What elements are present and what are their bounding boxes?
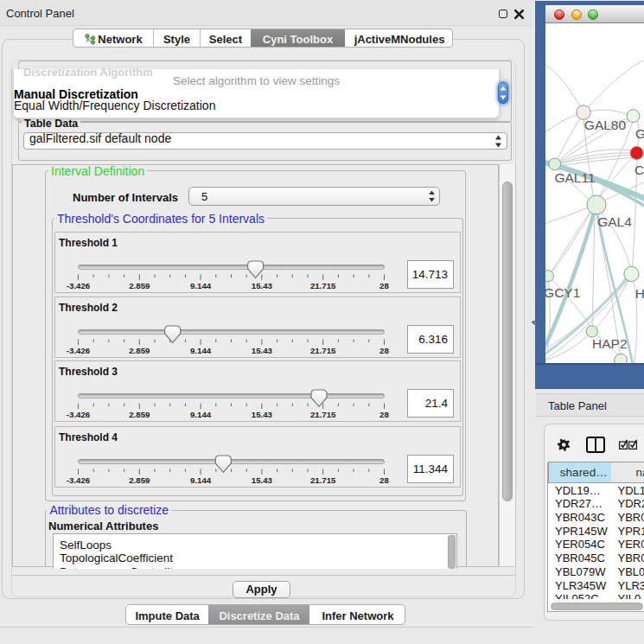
- svg-text:2.859: 2.859: [129, 280, 150, 290]
- svg-text:2.859: 2.859: [129, 409, 150, 418]
- svg-text:28: 28: [379, 475, 389, 484]
- svg-text:-3.426: -3.426: [67, 409, 91, 418]
- svg-text:9.144: 9.144: [190, 345, 212, 354]
- svg-text:2.859: 2.859: [129, 345, 150, 354]
- svg-text:-3.426: -3.426: [67, 345, 91, 354]
- svg-text:15.43: 15.43: [252, 345, 273, 354]
- svg-text:CY: CY: [634, 163, 644, 177]
- svg-text:28: 28: [379, 280, 389, 290]
- svg-text:GAL4: GAL4: [597, 214, 632, 229]
- svg-text:2.859: 2.859: [129, 475, 150, 484]
- svg-text:9.144: 9.144: [190, 280, 212, 290]
- svg-text:21.715: 21.715: [310, 345, 336, 354]
- svg-text:15.43: 15.43: [252, 409, 273, 418]
- svg-text:HA: HA: [635, 286, 644, 301]
- svg-text:28: 28: [379, 345, 389, 354]
- svg-text:GCY1: GCY1: [545, 285, 580, 300]
- svg-text:GAL80: GAL80: [584, 118, 627, 132]
- svg-text:21.715: 21.715: [310, 280, 336, 290]
- svg-text:HAP2: HAP2: [592, 336, 628, 351]
- svg-text:21.715: 21.715: [310, 409, 336, 418]
- svg-text:21.715: 21.715: [310, 475, 336, 484]
- svg-text:9.144: 9.144: [190, 475, 212, 484]
- svg-text:9.144: 9.144: [190, 409, 212, 418]
- svg-text:28: 28: [379, 409, 389, 418]
- svg-text:15.43: 15.43: [252, 475, 273, 484]
- svg-text:GA: GA: [635, 126, 644, 141]
- svg-text:15.43: 15.43: [252, 280, 273, 290]
- svg-text:GAL11: GAL11: [554, 170, 595, 185]
- svg-text:-3.426: -3.426: [67, 475, 91, 484]
- svg-text:-3.426: -3.426: [67, 280, 91, 290]
